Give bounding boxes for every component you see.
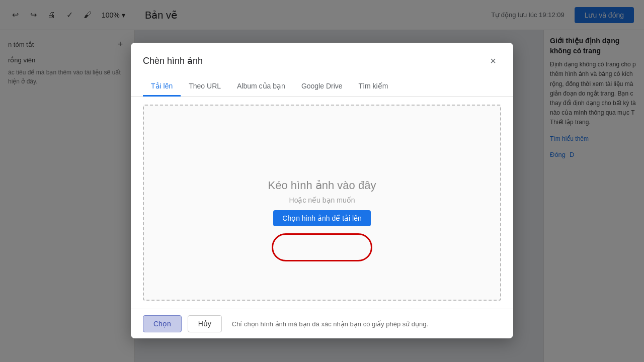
upload-drop-zone[interactable]: Kéo hình ảnh vào đây Hoặc nếu bạn muốn C…	[143, 105, 501, 301]
choose-button[interactable]: Chọn	[143, 315, 182, 332]
upload-main-text: Kéo hình ảnh vào đây	[268, 179, 376, 192]
annotation-circle	[272, 233, 372, 261]
footer-note: Chỉ chọn hình ảnh mà bạn đã xác nhận bạn…	[232, 320, 428, 328]
modal-footer: Chọn Hủy Chỉ chọn hình ảnh mà bạn đã xác…	[131, 309, 513, 338]
choose-file-button[interactable]: Chọn hình ảnh để tải lên	[273, 210, 370, 226]
modal-title: Chèn hình ảnh	[143, 55, 203, 66]
insert-image-modal: Chèn hình ảnh × Tải lên Theo URL Album c…	[131, 43, 513, 338]
tab-upload[interactable]: Tải lên	[143, 77, 181, 97]
tab-album[interactable]: Album của bạn	[229, 77, 293, 97]
upload-sub-text: Hoặc nếu bạn muốn	[289, 196, 355, 204]
cancel-button[interactable]: Hủy	[188, 315, 222, 332]
tab-drive[interactable]: Google Drive	[293, 77, 351, 97]
tab-url[interactable]: Theo URL	[181, 77, 229, 97]
modal-header: Chèn hình ảnh ×	[131, 43, 513, 69]
tab-search[interactable]: Tìm kiếm	[351, 77, 396, 97]
modal-tabs: Tải lên Theo URL Album của bạn Google Dr…	[131, 77, 513, 97]
modal-close-button[interactable]: ×	[485, 53, 501, 69]
